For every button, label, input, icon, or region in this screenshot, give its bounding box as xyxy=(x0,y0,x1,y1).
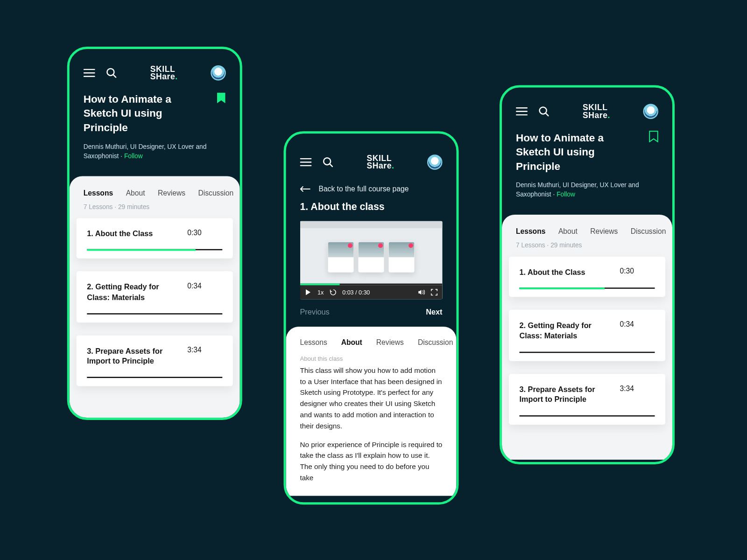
tab-discussion[interactable]: Discussion xyxy=(418,338,453,347)
lessons-meta: 7 Lessons · 29 minutes xyxy=(70,203,240,218)
lesson-progress xyxy=(520,351,655,353)
top-nav: SKILLSHare. xyxy=(70,49,240,86)
svg-point-2 xyxy=(540,107,547,114)
phone-course-overview-alt: SKILLSHare. How to Animate a Sketch UI u… xyxy=(500,85,675,465)
lesson-progress xyxy=(520,415,655,417)
author-text: Dennis Muthuri, UI Designer, UX Lover an… xyxy=(516,182,639,198)
avatar[interactable] xyxy=(211,65,226,81)
time-label: 0:03 / 0:30 xyxy=(342,289,370,295)
lesson-duration: 3:34 xyxy=(187,346,201,354)
lesson-title: 1. About the Class xyxy=(520,267,613,277)
lesson-card[interactable]: 2. Getting Ready for Class: Materials 0:… xyxy=(77,272,233,322)
tab-discussion[interactable]: Discussion xyxy=(631,227,666,236)
search-icon[interactable] xyxy=(538,105,550,117)
lesson-card[interactable]: 1. About the Class 0:30 xyxy=(509,257,665,297)
tab-discussion[interactable]: Discussion xyxy=(198,189,234,197)
back-text: Back to the full course page xyxy=(319,185,409,193)
menu-icon[interactable] xyxy=(516,105,528,117)
course-title: How to Animate a Sketch UI using Princip… xyxy=(84,92,209,135)
lesson-duration: 3:34 xyxy=(620,384,634,392)
top-nav: SKILLSHare. xyxy=(286,133,457,175)
back-link[interactable]: Back to the full course page xyxy=(286,175,457,199)
lesson-title: 2. Getting Ready for Class: Materials xyxy=(87,282,180,302)
tab-reviews[interactable]: Reviews xyxy=(158,189,185,197)
lessons-sheet: Lessons About Reviews Discussion 7 Lesso… xyxy=(70,176,240,420)
tab-about[interactable]: About xyxy=(126,189,145,197)
bookmark-icon[interactable] xyxy=(217,92,226,104)
avatar[interactable] xyxy=(643,104,659,119)
video-controls: 1x 0:03 / 0:30 xyxy=(300,285,443,299)
lesson-title: 2. Getting Ready for Class: Materials xyxy=(520,321,613,341)
lesson-progress xyxy=(87,249,222,251)
speed-label[interactable]: 1x xyxy=(317,289,324,295)
video-chrome xyxy=(300,221,443,228)
tabs: Lessons About Reviews Discussion xyxy=(502,224,672,242)
lessons-meta: 7 Lessons · 29 minutes xyxy=(502,241,672,257)
about-paragraph: This class will show you how to add moti… xyxy=(300,365,443,432)
avatar[interactable] xyxy=(427,154,443,170)
brand-logo[interactable]: SKILLSHare. xyxy=(128,66,200,80)
lesson-title: 3. Prepare Assets for Import to Principl… xyxy=(87,346,180,366)
author-text: Dennis Muthuri, UI Designer, UX Lover an… xyxy=(84,143,207,160)
about-sheet: Lessons About Reviews Discussion About t… xyxy=(286,327,457,496)
author-byline: Dennis Muthuri, UI Designer, UX Lover an… xyxy=(84,142,226,161)
brand-logo[interactable]: SKILLSHare. xyxy=(345,155,417,169)
follow-link[interactable]: Follow xyxy=(557,191,575,198)
course-title: How to Animate a Sketch UI using Princip… xyxy=(516,131,641,173)
svg-point-0 xyxy=(107,69,114,76)
course-header: How to Animate a Sketch UI using Princip… xyxy=(502,125,672,210)
tabs: Lessons About Reviews Discussion xyxy=(300,338,443,352)
lesson-duration: 0:30 xyxy=(620,267,634,275)
tab-reviews[interactable]: Reviews xyxy=(590,227,618,236)
brand-logo[interactable]: SKILLSHare. xyxy=(560,104,633,119)
tab-lessons[interactable]: Lessons xyxy=(84,189,113,197)
lesson-card[interactable]: 3. Prepare Assets for Import to Principl… xyxy=(509,374,665,425)
about-paragraph: No prior experience of Principle is requ… xyxy=(300,440,443,484)
lesson-progress xyxy=(520,288,655,289)
top-nav: SKILLSHare. xyxy=(502,88,672,125)
tabs: Lessons About Reviews Discussion xyxy=(70,185,240,203)
lesson-card[interactable]: 3. Prepare Assets for Import to Principl… xyxy=(77,335,233,386)
lesson-progress xyxy=(87,313,222,315)
lesson-card[interactable]: 2. Getting Ready for Class: Materials 0:… xyxy=(509,310,665,361)
author-byline: Dennis Muthuri, UI Designer, UX Lover an… xyxy=(516,180,658,199)
menu-icon[interactable] xyxy=(84,67,95,79)
lesson-title: 3. Prepare Assets for Import to Principl… xyxy=(520,384,613,405)
tab-lessons[interactable]: Lessons xyxy=(300,338,327,347)
tab-reviews[interactable]: Reviews xyxy=(376,338,404,347)
fullscreen-icon[interactable] xyxy=(431,289,438,296)
play-icon[interactable] xyxy=(305,289,312,296)
bookmark-icon[interactable] xyxy=(649,131,658,142)
lesson-card[interactable]: 1. About the Class 0:30 xyxy=(77,218,233,259)
course-header: How to Animate a Sketch UI using Princip… xyxy=(70,86,240,171)
arrow-left-icon xyxy=(300,186,311,192)
lesson-pager: Previous Next xyxy=(286,299,457,327)
lesson-progress xyxy=(87,377,222,378)
lesson-duration: 0:34 xyxy=(187,282,201,290)
about-subhead: About this class xyxy=(300,355,443,362)
menu-icon[interactable] xyxy=(300,156,312,168)
search-icon[interactable] xyxy=(106,67,117,79)
lesson-title: 1. About the Class xyxy=(87,229,180,239)
prev-button[interactable]: Previous xyxy=(300,308,330,316)
tab-lessons[interactable]: Lessons xyxy=(516,227,545,236)
lesson-duration: 0:34 xyxy=(620,321,634,329)
phone-course-overview: SKILLSHare. How to Animate a Sketch UI u… xyxy=(67,47,242,420)
tab-about[interactable]: About xyxy=(341,338,362,347)
next-button[interactable]: Next xyxy=(426,308,442,316)
follow-link[interactable]: Follow xyxy=(124,153,143,160)
brand-line2: SHare xyxy=(150,72,176,81)
search-icon[interactable] xyxy=(322,156,334,168)
video-player[interactable]: 1x 0:03 / 0:30 xyxy=(300,221,443,300)
svg-point-1 xyxy=(324,158,331,165)
phone-lesson-detail: SKILLSHare. Back to the full course page… xyxy=(284,131,459,504)
rewind-icon[interactable] xyxy=(330,289,337,296)
lessons-sheet: Lessons About Reviews Discussion 7 Lesso… xyxy=(502,215,672,460)
volume-icon[interactable] xyxy=(418,289,425,296)
tab-about[interactable]: About xyxy=(558,227,578,236)
lesson-duration: 0:30 xyxy=(187,229,201,237)
lesson-heading: 1. About the class xyxy=(286,199,457,221)
